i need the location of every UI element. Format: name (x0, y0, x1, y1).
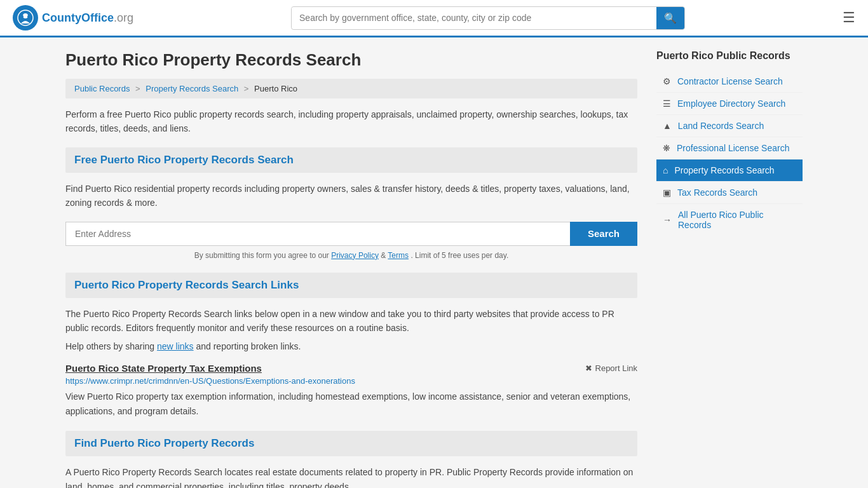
property-link-description: View Puerto Rico property tax exemption … (65, 390, 637, 418)
page-wrapper: Puerto Rico Property Records Search Publ… (53, 37, 815, 488)
report-icon: ✖ (585, 363, 592, 373)
site-logo[interactable]: CountyOffice.org (13, 5, 133, 30)
land-icon: ▲ (663, 121, 672, 131)
site-header: CountyOffice.org 🔍 ☰ (0, 0, 868, 37)
directory-icon: ☰ (663, 98, 671, 109)
address-search-form: Search By submitting this form you agree… (65, 222, 637, 260)
new-links-link[interactable]: new links (157, 341, 194, 351)
find-section: Find Puerto Rico Property Records A Puer… (65, 431, 637, 488)
sidebar-item-tax-records[interactable]: ▣ Tax Records Search (656, 182, 803, 204)
svg-point-3 (27, 15, 30, 18)
home-icon: ⌂ (663, 165, 668, 175)
address-search-button[interactable]: Search (570, 222, 637, 246)
professional-license-link[interactable]: Professional License Search (677, 143, 789, 153)
sidebar-item-land-records[interactable]: ▲ Land Records Search (656, 115, 803, 137)
breadcrumb: Public Records > Property Records Search… (65, 79, 637, 98)
sidebar-item-professional-license[interactable]: ❋ Professional License Search (656, 137, 803, 159)
address-input[interactable] (65, 222, 570, 246)
sidebar-item-property-records[interactable]: ⌂ Property Records Search (656, 159, 803, 182)
land-records-link[interactable]: Land Records Search (678, 121, 764, 131)
tax-records-link[interactable]: Tax Records Search (677, 187, 757, 198)
sharing-text: Help others by sharing new links and rep… (65, 341, 637, 351)
logo-text: CountyOffice.org (42, 11, 133, 25)
svg-point-2 (21, 15, 24, 18)
property-link-item: Puerto Rico State Property Tax Exemption… (65, 363, 637, 418)
header-search-button[interactable]: 🔍 (656, 7, 684, 29)
report-link-button[interactable]: ✖ Report Link (585, 363, 637, 373)
property-link-title-row: Puerto Rico State Property Tax Exemption… (65, 363, 637, 374)
links-description: The Puerto Rico Property Records Search … (65, 307, 637, 336)
arrow-icon: → (663, 215, 672, 225)
contractor-license-link[interactable]: Contractor License Search (677, 76, 783, 86)
intro-description: Perform a free Puerto Rico public proper… (65, 107, 637, 136)
page-title: Puerto Rico Property Records Search (65, 50, 637, 70)
free-search-section-header: Free Puerto Rico Property Records Search (65, 147, 637, 173)
breadcrumb-property-records-search[interactable]: Property Records Search (146, 84, 238, 93)
all-records-item[interactable]: → All Puerto Rico Public Records (656, 204, 803, 236)
logo-icon (13, 5, 38, 30)
links-section-header: Puerto Rico Property Records Search Link… (65, 273, 637, 298)
employee-directory-link[interactable]: Employee Directory Search (677, 98, 785, 109)
property-link-title[interactable]: Puerto Rico State Property Tax Exemption… (65, 363, 262, 374)
breadcrumb-public-records[interactable]: Public Records (74, 84, 130, 93)
header-search-input[interactable] (292, 8, 656, 28)
all-records-link[interactable]: All Puerto Rico Public Records (678, 210, 796, 230)
sidebar: Puerto Rico Public Records ⚙ Contractor … (656, 50, 803, 488)
gear-icon: ⚙ (663, 76, 671, 86)
sidebar-item-employee-directory[interactable]: ☰ Employee Directory Search (656, 93, 803, 115)
free-search-description: Find Puerto Rico residential property re… (65, 182, 637, 210)
search-form-row: Search (65, 222, 637, 246)
svg-point-1 (23, 13, 28, 18)
terms-link[interactable]: Terms (388, 251, 409, 260)
privacy-policy-link[interactable]: Privacy Policy (331, 251, 379, 260)
breadcrumb-puerto-rico: Puerto Rico (254, 84, 297, 93)
form-terms: By submitting this form you agree to our… (65, 251, 637, 260)
menu-button[interactable]: ☰ (843, 10, 855, 26)
property-url[interactable]: https://www.crimpr.net/crimdnn/en-US/Que… (65, 376, 637, 386)
property-records-link[interactable]: Property Records Search (674, 165, 774, 175)
find-section-header: Find Puerto Rico Property Records (65, 431, 637, 456)
license-icon: ❋ (663, 143, 670, 153)
header-search-bar: 🔍 (291, 6, 685, 30)
sidebar-item-contractor-license[interactable]: ⚙ Contractor License Search (656, 71, 803, 93)
find-description: A Puerto Rico Property Records Search lo… (65, 465, 637, 488)
tax-icon: ▣ (663, 187, 671, 198)
main-content: Puerto Rico Property Records Search Publ… (65, 50, 637, 488)
sidebar-title: Puerto Rico Public Records (656, 50, 803, 62)
